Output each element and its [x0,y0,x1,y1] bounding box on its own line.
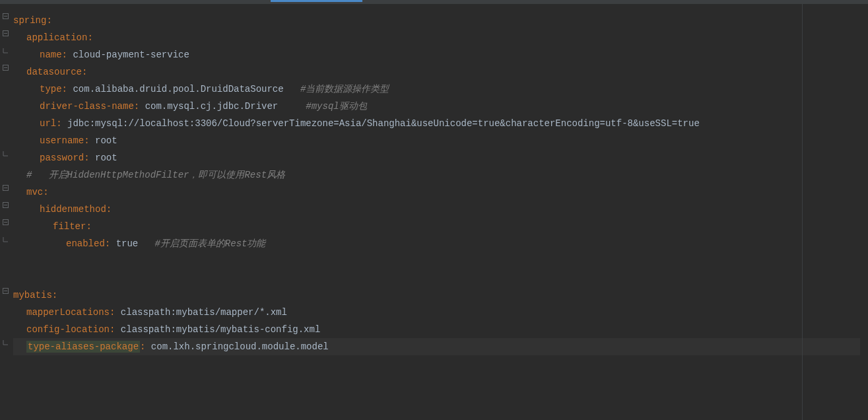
editor-container: spring: application: name: cloud-payment… [0,0,868,420]
fold-spacer [2,132,10,140]
fold-icon[interactable] [2,201,10,209]
code-line: filter: [13,218,868,235]
code-line [13,269,868,287]
code-line: password: root [13,149,868,166]
fold-end-icon[interactable] [2,338,10,346]
code-line: driver-class-name: com.mysql.cj.jdbc.Dri… [13,98,868,115]
fold-end-icon[interactable] [2,46,10,54]
code-line: config-location: classpath:mybatis/mybat… [13,321,868,338]
gutter [0,0,12,420]
fold-icon[interactable] [2,218,10,226]
code-line: # 开启HiddenHttpMethodFilter，即可以使用Rest风格 [13,166,868,184]
fold-spacer [2,81,10,88]
scrollbar[interactable] [860,4,868,420]
code-line: enabled: true #开启页面表单的Rest功能 [13,235,868,252]
fold-icon[interactable] [2,12,10,20]
code-line [13,252,868,269]
code-editor[interactable]: spring: application: name: cloud-payment… [12,0,868,420]
fold-icon[interactable] [2,184,10,192]
fold-spacer [2,321,10,329]
fold-end-icon[interactable] [2,235,10,243]
code-line: mybatis: [13,287,868,304]
code-line: name: cloud-payment-service [13,46,868,63]
right-margin-guide [802,4,803,420]
fold-icon[interactable] [2,63,10,71]
fold-spacer [2,304,10,312]
code-line-active: type-aliases-package: com.lxh.springclou… [13,338,868,355]
code-line: hiddenmethod: [13,201,868,218]
fold-spacer [2,115,10,123]
code-line: type: com.alibaba.druid.pool.DruidDataSo… [13,81,868,98]
code-line: url: jdbc:mysql://localhost:3306/Cloud?s… [13,115,868,132]
fold-end-icon[interactable] [2,149,10,157]
fold-icon[interactable] [2,29,10,37]
code-line: application: [13,29,868,46]
fold-spacer [2,252,10,260]
code-line: mapperLocations: classpath:mybatis/mappe… [13,304,868,321]
code-line: spring: [13,12,868,29]
code-line: mvc: [13,184,868,201]
fold-icon[interactable] [2,287,10,295]
code-line: datasource: [13,63,868,81]
fold-spacer [2,269,10,277]
fold-spacer [2,166,10,174]
code-line: username: root [13,132,868,149]
fold-spacer [2,98,10,106]
